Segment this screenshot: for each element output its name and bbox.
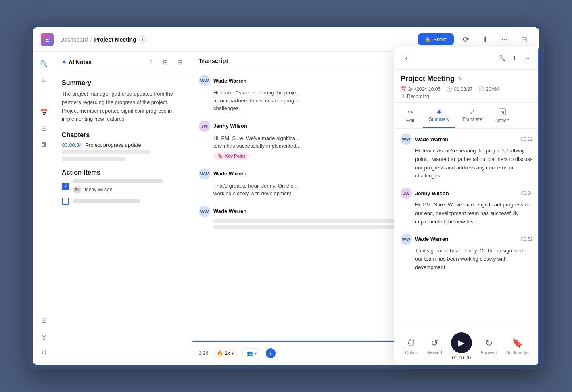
back-button[interactable]: ‹ <box>401 52 412 64</box>
action-item-1-checkbox[interactable]: ✓ <box>62 183 69 190</box>
chapter-label: Project progress update <box>86 142 141 148</box>
wade-warren-avatar-2: WW <box>199 168 210 179</box>
detail-more-button[interactable]: ··· <box>522 52 533 64</box>
action-item-1-person-name: Jenny Wilson <box>84 187 112 192</box>
translate-tab-icon: ⇄ <box>470 108 475 115</box>
detail-entry-3-text: That's great to hear, Jenny. On the desi… <box>401 247 533 272</box>
forward-control[interactable]: ↻ Forward <box>481 338 497 355</box>
detail-share-button[interactable]: ⬆ <box>509 52 520 64</box>
sidebar-item-calendar[interactable]: 📅 <box>37 105 51 119</box>
detail-entry-2-header: JW Jenny Wilson 00:34 <box>401 188 533 199</box>
action-item-1-text <box>73 179 163 183</box>
detail-title-section: Project Meeting ✎ 📅 2/4/2024 10:05 🕐 01:… <box>394 70 539 103</box>
bookmarks-control[interactable]: 🔖 Bookmarks <box>506 338 528 355</box>
detail-player: ⏱ Option ↺ Rewind ▶ 00:00:00 ↻ Forward 🔖 <box>394 328 539 365</box>
accent-bar <box>538 47 539 365</box>
tab-translate[interactable]: ⇄ Translate <box>457 106 488 128</box>
play-main-control[interactable]: ▶ 00:00:00 <box>451 332 472 361</box>
sidebar-item-transcript[interactable]: ⊟ <box>37 313 51 327</box>
notes-button[interactable]: ⊟ <box>517 32 531 47</box>
tab-notion[interactable]: N Notion <box>490 106 515 128</box>
meta-words: 📄 20464 <box>478 86 499 92</box>
people-control[interactable]: 👥 ▾ <box>242 348 261 358</box>
option-control[interactable]: ⏱ Option <box>405 338 418 355</box>
sidebar-item-library[interactable]: ☰ <box>37 89 51 103</box>
rewind-icon: ↺ <box>431 338 438 348</box>
chapters-title: Chapters <box>62 131 186 139</box>
fire-icon: 🔥 <box>217 350 223 356</box>
chevron-down-icon: ▾ <box>232 351 234 356</box>
action-item-2-checkbox[interactable] <box>62 198 69 205</box>
transcript-entry-1-name: Wade Warren <box>213 78 246 84</box>
export-button[interactable]: ⬆ <box>478 32 493 47</box>
notion-tab-icon: N <box>499 108 506 116</box>
transcript-entry-3-name: Wade Warren <box>213 171 246 177</box>
chevron-down-icon-2: ▾ <box>255 351 257 356</box>
sidebar-item-home[interactable]: ⌂ <box>37 73 51 87</box>
share-label: Share <box>433 36 447 42</box>
calendar-icon: 📅 <box>401 86 407 92</box>
bookmarks-icon: 🔖 <box>512 338 523 348</box>
detail-entry-2-name: Jenny Wilson <box>415 190 449 196</box>
jenny-wilson-avatar: JW <box>73 186 81 194</box>
chapters-section: Chapters 00:00:34 Project progress updat… <box>62 131 186 161</box>
player-time: 2:26 <box>199 350 208 356</box>
tab-edit-label: Edit <box>406 118 415 123</box>
detail-entry-3-name: Wade Warren <box>415 236 448 242</box>
action-item-2-text <box>73 199 140 203</box>
detail-title: Project Meeting ✎ <box>401 75 533 83</box>
detail-panel: ‹ 🔍 ⬆ ··· Project Meeting ✎ 📅 2/4/2024 1… <box>394 47 539 365</box>
ai-notes-copy-button[interactable]: ⊞ <box>174 56 186 68</box>
breadcrumb-current: Project Meeting <box>94 36 136 43</box>
action-item-2-content <box>73 199 186 203</box>
sidebar-item-trash[interactable]: 🗑 <box>37 137 51 152</box>
tab-summary[interactable]: ✱ Summary <box>423 106 455 128</box>
meta-date: 📅 2/4/2024 10:05 <box>401 86 440 92</box>
sidebar-item-grid[interactable]: ⊞ <box>37 121 51 136</box>
ai-notes-help-button[interactable]: ? <box>145 56 157 68</box>
player-controls: ⏱ Option ↺ Rewind ▶ 00:00:00 ↻ Forward 🔖 <box>401 332 533 361</box>
edit-tab-icon: ✏ <box>408 108 413 116</box>
ai-notes-title: ✦ AI Notes <box>62 59 142 65</box>
sidebar-item-search[interactable]: 🔍 <box>37 56 51 71</box>
transcript-entry-4-name: Wade Warren <box>213 208 246 214</box>
search-header-button[interactable]: ⟳ <box>459 32 473 47</box>
people-count-badge: 5 <box>266 348 276 358</box>
rewind-control[interactable]: ↺ Rewind <box>427 338 442 355</box>
tab-edit[interactable]: ✏ Edit <box>399 106 422 128</box>
sidebar-item-pin[interactable]: ◎ <box>37 329 51 344</box>
option-icon: ⏱ <box>407 338 416 348</box>
detail-search-button[interactable]: 🔍 <box>496 52 507 64</box>
summary-tab-icon: ✱ <box>437 108 442 115</box>
detail-entry-1-header: WW Wade Warren 00:12 <box>401 133 533 145</box>
detail-jenny-avatar: JW <box>401 188 412 199</box>
detail-entry-1-text: Hi Team. As we're nearing the project's … <box>401 147 533 180</box>
detail-panel-header: ‹ 🔍 ⬆ ··· <box>394 47 539 70</box>
more-options-button[interactable]: ··· <box>497 32 512 47</box>
breadcrumb-base[interactable]: Dashboard <box>60 36 88 43</box>
speed-label: 1x <box>225 350 230 356</box>
tool-tabs: ✏ Edit ✱ Summary ⇄ Translate N Notion <box>394 103 539 129</box>
action-item-1: ✓ JW Jenny Wilson <box>62 179 186 194</box>
detail-wade-avatar-1: WW <box>401 133 412 145</box>
chapter-timestamp[interactable]: 00:00:34 <box>62 142 82 148</box>
summary-title: Summary <box>62 79 186 87</box>
detail-wade-avatar-2: WW <box>401 234 412 245</box>
sidebar-item-settings[interactable]: ⚙ <box>37 345 51 360</box>
edit-title-icon[interactable]: ✎ <box>458 76 462 82</box>
summary-text: The project manager gathered updates fro… <box>62 90 186 123</box>
ai-notes-chat-button[interactable]: ⊟ <box>160 56 171 68</box>
header-actions: 🔒 Share ⟳ ⬆ ··· ⊟ <box>418 32 531 47</box>
share-button[interactable]: 🔒 Share <box>418 33 454 45</box>
info-icon[interactable]: ℹ <box>139 36 146 43</box>
key-point-badge: 🔖 Key Point <box>213 152 249 160</box>
action-item-1-content: JW Jenny Wilson <box>73 179 186 194</box>
tab-notion-label: Notion <box>495 118 509 123</box>
play-main-button[interactable]: ▶ <box>451 332 472 353</box>
chapter-placeholder-2 <box>62 157 126 161</box>
detail-entry-2-time: 00:34 <box>521 190 533 196</box>
meta-date-value: 2/4/2024 10:05 <box>408 86 440 92</box>
speed-control[interactable]: 🔥 1x ▾ <box>213 349 238 358</box>
detail-header-icons: 🔍 ⬆ ··· <box>496 52 533 64</box>
ai-star-icon: ✦ <box>62 59 66 65</box>
